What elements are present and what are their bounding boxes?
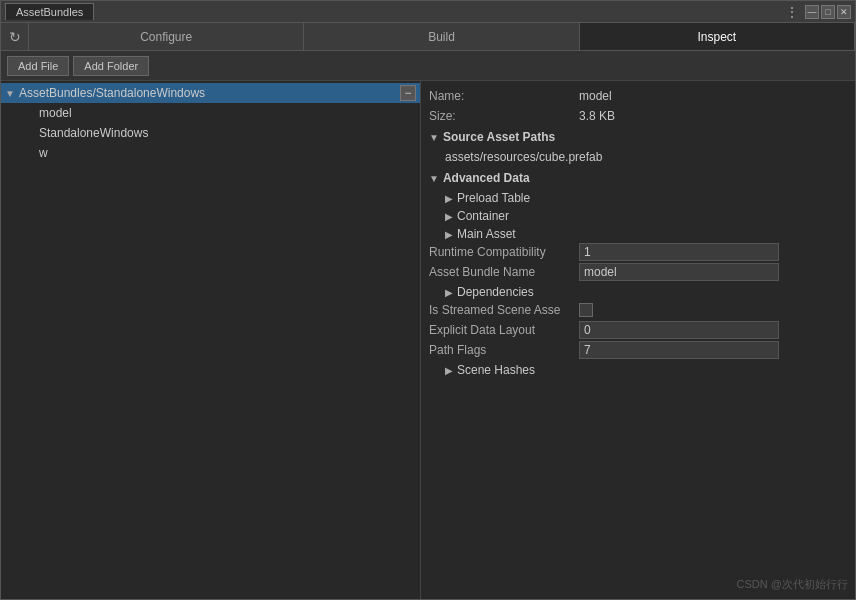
window-title: AssetBundles	[5, 3, 94, 20]
asset-bundle-name-row: Asset Bundle Name	[429, 263, 847, 281]
scene-hashes-label: Scene Hashes	[457, 363, 535, 377]
is-streamed-checkbox[interactable]	[579, 303, 593, 317]
asset-bundle-name-input[interactable]	[579, 263, 779, 281]
tree-root-label: AssetBundles/StandaloneWindows	[19, 86, 205, 100]
asset-tree[interactable]: ▼ AssetBundles/StandaloneWindows − model…	[1, 81, 420, 599]
advanced-arrow-icon: ▼	[429, 173, 439, 184]
tree-model-label: model	[39, 106, 72, 120]
watermark: CSDN @次代初始行行	[737, 577, 848, 592]
preload-arrow-icon: ▶	[445, 193, 453, 204]
name-value: model	[579, 89, 612, 103]
path-flags-row: Path Flags	[429, 341, 847, 359]
size-value: 3.8 KB	[579, 109, 615, 123]
title-bar: AssetBundles ⋮ — □ ✕	[1, 1, 855, 23]
add-folder-button[interactable]: Add Folder	[73, 56, 149, 76]
tab-build[interactable]: Build	[304, 23, 579, 50]
window-controls: ⋮ — □ ✕	[785, 4, 851, 20]
main-content: ▼ AssetBundles/StandaloneWindows − model…	[1, 81, 855, 599]
runtime-compat-label: Runtime Compatibility	[429, 245, 579, 259]
tree-item-standalone[interactable]: StandaloneWindows	[1, 123, 420, 143]
explicit-data-label: Explicit Data Layout	[429, 323, 579, 337]
runtime-compat-row: Runtime Compatibility	[429, 243, 847, 261]
main-asset-header[interactable]: ▶ Main Asset	[429, 225, 847, 243]
maximize-button[interactable]: □	[821, 5, 835, 19]
name-row: Name: model	[429, 87, 847, 105]
remove-bundle-button[interactable]: −	[400, 85, 416, 101]
tree-item-w[interactable]: w	[1, 143, 420, 163]
size-row: Size: 3.8 KB	[429, 107, 847, 125]
tree-standalone-label: StandaloneWindows	[39, 126, 148, 140]
preload-table-header[interactable]: ▶ Preload Table	[429, 189, 847, 207]
dependencies-header[interactable]: ▶ Dependencies	[429, 283, 847, 301]
is-streamed-label: Is Streamed Scene Asse	[429, 303, 579, 317]
scene-hashes-arrow-icon: ▶	[445, 365, 453, 376]
explicit-data-row: Explicit Data Layout	[429, 321, 847, 339]
left-panel: ▼ AssetBundles/StandaloneWindows − model…	[1, 81, 421, 599]
source-path-row: assets/resources/cube.prefab	[445, 148, 847, 166]
is-streamed-row: Is Streamed Scene Asse	[429, 301, 847, 319]
source-asset-paths-content: assets/resources/cube.prefab	[429, 148, 847, 166]
tree-item-model[interactable]: model	[1, 103, 420, 123]
source-path-value: assets/resources/cube.prefab	[445, 150, 602, 164]
tab-bar: ↻ Configure Build Inspect	[1, 23, 855, 51]
toolbar: Add File Add Folder	[1, 51, 855, 81]
add-file-button[interactable]: Add File	[7, 56, 69, 76]
tree-item-root[interactable]: ▼ AssetBundles/StandaloneWindows −	[1, 83, 420, 103]
container-header[interactable]: ▶ Container	[429, 207, 847, 225]
main-asset-label: Main Asset	[457, 227, 516, 241]
tab-configure[interactable]: Configure	[29, 23, 304, 50]
asset-bundle-name-label: Asset Bundle Name	[429, 265, 579, 279]
source-asset-paths-title: Source Asset Paths	[443, 130, 555, 144]
minimize-button[interactable]: —	[805, 5, 819, 19]
right-panel: Name: model Size: 3.8 KB ▼ Source Asset …	[421, 81, 855, 599]
tree-w-label: w	[39, 146, 48, 160]
main-window: AssetBundles ⋮ — □ ✕ ↻ Configure Build I…	[0, 0, 856, 600]
size-label: Size:	[429, 109, 579, 123]
source-asset-paths-header[interactable]: ▼ Source Asset Paths	[429, 127, 847, 147]
advanced-data-header[interactable]: ▼ Advanced Data	[429, 168, 847, 188]
dependencies-label: Dependencies	[457, 285, 534, 299]
menu-dots[interactable]: ⋮	[785, 4, 799, 20]
path-flags-label: Path Flags	[429, 343, 579, 357]
advanced-data-title: Advanced Data	[443, 171, 530, 185]
runtime-compat-input[interactable]	[579, 243, 779, 261]
close-button[interactable]: ✕	[837, 5, 851, 19]
explicit-data-input[interactable]	[579, 321, 779, 339]
tree-expand-icon: ▼	[5, 88, 19, 99]
dependencies-arrow-icon: ▶	[445, 287, 453, 298]
tab-inspect[interactable]: Inspect	[580, 23, 855, 50]
scene-hashes-header[interactable]: ▶ Scene Hashes	[429, 361, 847, 379]
refresh-button[interactable]: ↻	[1, 23, 29, 50]
main-asset-arrow-icon: ▶	[445, 229, 453, 240]
preload-table-label: Preload Table	[457, 191, 530, 205]
container-arrow-icon: ▶	[445, 211, 453, 222]
source-arrow-icon: ▼	[429, 132, 439, 143]
name-label: Name:	[429, 89, 579, 103]
container-label: Container	[457, 209, 509, 223]
path-flags-input[interactable]	[579, 341, 779, 359]
